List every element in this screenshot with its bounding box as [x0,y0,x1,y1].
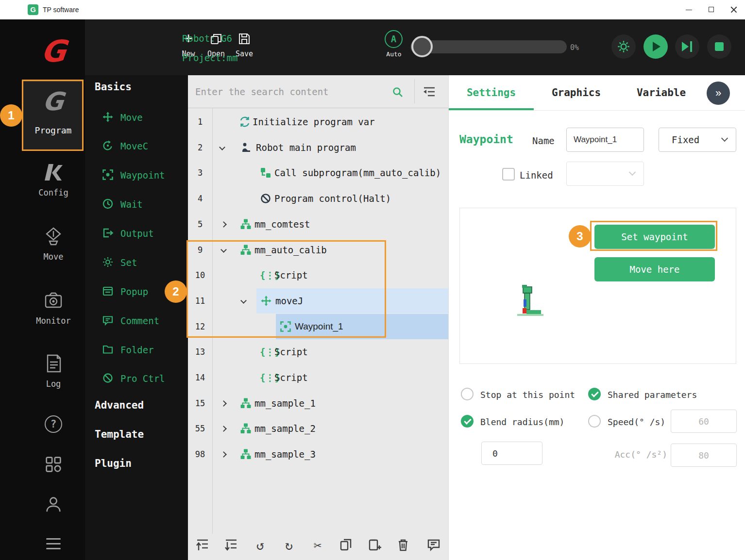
sidebar-item-monitor[interactable]: Monitor [22,290,85,326]
search-icon[interactable] [392,86,404,98]
cut-button[interactable]: ✂ [310,538,325,553]
tree-row[interactable]: 3 Call subprogram(mm_auto_calib) [188,160,448,185]
project-label: Project:mm [182,52,237,63]
tree-row[interactable]: 15 mm_sample_1 [188,391,448,416]
tree-row[interactable]: 5 mm_comtest [188,212,448,237]
collapse-all-button[interactable] [422,84,437,99]
sidebar-item-move[interactable]: Move [22,226,85,262]
annotation-step-1-badge: 1 [0,104,22,127]
waypoint-icon [280,321,291,332]
delete-button[interactable] [396,538,411,553]
step-button[interactable] [675,34,699,59]
user-button[interactable] [22,494,85,516]
double-chevron-icon: » [715,87,721,99]
tree-row[interactable]: 1 Initialize program var [188,109,448,134]
sidebar-item-log[interactable]: Log [22,353,85,389]
copy-button[interactable] [339,538,354,553]
line-number: 4 [188,186,212,211]
sidebar-item-label: Log [22,379,85,389]
menu-button[interactable] [22,535,85,553]
settings-gear-button[interactable] [611,34,636,59]
redo-button[interactable]: ↻ [281,538,297,553]
linked-checkbox[interactable] [502,168,515,181]
insert-after-button[interactable] [224,538,239,553]
line-number: 13 [188,339,212,364]
waypoint-name-input[interactable] [566,128,644,152]
gear-icon [616,48,631,55]
maximize-button[interactable] [700,0,723,19]
stop-at-point-radio[interactable] [461,388,474,400]
search-divider [414,79,415,103]
paste-button[interactable] [367,538,383,553]
blend-radius-input[interactable] [481,442,542,465]
minimize-button[interactable] [678,0,700,19]
waypoint-type-select[interactable]: Fixed [659,128,736,152]
chevron-down-icon[interactable] [220,247,227,253]
chevron-down-icon[interactable] [219,144,225,150]
expand-tabs-button[interactable]: » [707,82,730,105]
move-here-button[interactable]: Move here [594,257,715,281]
play-button[interactable] [643,34,668,59]
blend-radius-radio[interactable] [461,415,474,428]
speed-radio[interactable] [588,415,601,428]
tree-row[interactable]: 55 mm_sample_2 [188,416,448,441]
slider-handle[interactable] [411,36,433,57]
acc-input[interactable] [671,444,737,467]
tree-row[interactable]: 10 {⋮} Script [188,263,448,288]
tree-row[interactable]: 14 {⋮} Script [188,365,448,390]
sidebar-item-program[interactable]: G Program [23,81,84,150]
set-waypoint-button[interactable]: Set waypoint [594,225,715,249]
undo-icon: ↺ [253,538,268,553]
robot-label: Robot: G6 [182,33,232,44]
output-icon [102,227,115,240]
monitor-camera-icon [43,304,64,313]
progress-slider[interactable] [410,40,567,53]
insert-before-button[interactable] [195,538,211,553]
tab-settings[interactable]: Settings [449,75,534,110]
linked-target-select[interactable] [566,162,644,186]
chevron-right-icon[interactable] [220,451,227,458]
name-label: Name [532,135,555,146]
sidebar-item-label: Config [22,188,85,198]
line-number: 3 [188,160,212,185]
stop-button[interactable] [707,34,731,59]
chevron-right-icon[interactable] [220,400,227,407]
close-button[interactable] [723,0,745,19]
tree-row[interactable]: 9 mm_auto_calib [188,237,448,263]
shared-params-radio[interactable] [588,388,601,400]
apps-button[interactable] [22,454,85,477]
tree-row[interactable]: 4 Program control(Halt) [188,186,448,211]
line-number: 98 [188,442,212,467]
help-button[interactable]: ? [22,415,85,433]
titlebar: G TP software [0,0,745,19]
template-header: Template [95,428,144,440]
speed-input[interactable] [671,410,737,433]
settings-panel: Settings Graphics Variable » Waypoint Na… [448,75,745,560]
undo-button[interactable]: ↺ [253,538,268,553]
line-number: 10 [188,263,212,288]
sidebar-item-label: Move [22,252,85,262]
line-number: 5 [188,212,212,237]
chevron-right-icon[interactable] [220,426,227,432]
tab-graphics[interactable]: Graphics [534,75,619,110]
tree-row[interactable]: 98 mm_sample_3 [188,442,448,467]
circular-move-icon [102,140,115,152]
tree-row[interactable]: 2 Robot main program [188,135,448,160]
sidebar-item-config[interactable]: Config [22,162,85,198]
chevron-down-icon [629,169,636,176]
step-forward-icon [682,42,689,51]
tree-row[interactable]: 13 {⋮} Script [188,339,448,364]
close-icon [730,6,737,13]
line-number: 9 [188,237,212,263]
movej-icon [260,295,272,307]
tree-row-selected[interactable]: 12 Waypoint_1 [188,314,448,339]
tab-variable[interactable]: Variable [619,75,704,110]
auto-mode-button[interactable]: A [385,30,403,48]
program-group-icon [240,397,252,409]
search-input[interactable] [195,80,389,103]
tree-row[interactable]: 11 moveJ [188,288,448,313]
line-number: 11 [188,288,212,313]
chevron-down-icon[interactable] [240,297,247,304]
comment-button[interactable] [426,538,442,553]
chevron-right-icon[interactable] [220,221,227,228]
